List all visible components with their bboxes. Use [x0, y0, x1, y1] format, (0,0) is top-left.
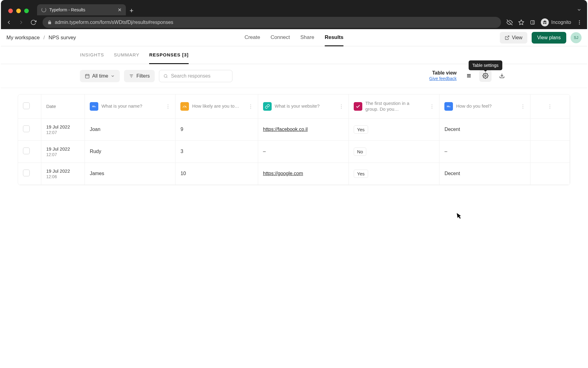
column-menu-icon[interactable]: ⋮ [430, 104, 434, 109]
tooltip: Table settings [469, 60, 502, 70]
text-field-icon [90, 102, 98, 111]
date-filter-dropdown[interactable]: All time [80, 70, 120, 82]
col-header-q3: What is your website? [275, 103, 320, 109]
search-responses-input[interactable] [159, 70, 232, 82]
url-text: admin.typeform.com/form/sWDtsfDj/results… [55, 20, 173, 25]
incognito-badge[interactable]: Incognito [541, 18, 571, 26]
cell-feel: – [439, 140, 530, 163]
svg-rect-19 [467, 77, 471, 77]
column-menu-icon[interactable]: ⋮ [248, 104, 253, 109]
incognito-label: Incognito [551, 20, 571, 25]
search-icon [164, 74, 168, 79]
svg-marker-1 [519, 20, 524, 25]
col-header-date: Date [46, 104, 56, 109]
tab-share[interactable]: Share [300, 29, 314, 46]
cell-date: 19 Jul 2022 [46, 168, 80, 174]
table-row[interactable]: 19 Jul 202212:06 James 10 https://google… [18, 163, 570, 185]
row-checkbox[interactable] [23, 148, 30, 154]
kebab-menu-icon[interactable] [577, 20, 582, 25]
eye-off-icon[interactable] [507, 19, 513, 25]
column-menu-icon[interactable]: ⋮ [166, 104, 170, 109]
column-menu-icon[interactable]: ⋮ [521, 104, 525, 109]
col-header-q1: What is your name? [101, 103, 142, 109]
new-tab-button[interactable]: + [130, 7, 134, 15]
svg-rect-18 [467, 75, 471, 76]
window-minimize-dot[interactable] [16, 9, 21, 13]
tab-title: Typeform - Results [49, 7, 115, 12]
table-row[interactable]: 19 Jul 202212:07 Joan 9 https://facebook… [18, 118, 570, 140]
subtab-insights[interactable]: INSIGHTS [80, 46, 104, 64]
cell-time: 12:07 [46, 152, 80, 157]
opinion-scale-icon [444, 102, 453, 111]
svg-line-7 [507, 36, 509, 38]
cell-time: 12:06 [46, 174, 80, 179]
svg-line-16 [167, 77, 168, 78]
cell-website[interactable]: https://facebook.co.il [263, 127, 308, 132]
cell-feel: Decent [439, 163, 530, 185]
cell-group: No [354, 148, 366, 156]
svg-rect-26 [447, 106, 450, 107]
layout-toggle-button[interactable] [463, 70, 475, 82]
responses-table: Date What is your name? ⋮ How likely are… [18, 94, 570, 185]
cell-feel: Decent [439, 118, 530, 140]
cell-time: 12:07 [46, 130, 80, 135]
view-button[interactable]: View [500, 32, 527, 44]
forward-button[interactable] [18, 19, 25, 25]
download-button[interactable] [496, 70, 508, 82]
cell-group: Yes [354, 170, 368, 178]
svg-point-5 [579, 22, 580, 23]
browser-chrome: Typeform - Results ✕ + admin.typeform.co… [1, 0, 587, 29]
view-plans-button[interactable]: View plans [532, 32, 566, 44]
extensions-icon[interactable] [530, 20, 535, 25]
cell-name: James [85, 163, 175, 185]
subtab-summary[interactable]: SUMMARY [114, 46, 139, 64]
reload-button[interactable] [30, 19, 37, 25]
row-checkbox[interactable] [23, 170, 30, 176]
svg-rect-23 [92, 106, 96, 107]
user-avatar[interactable]: SJ [571, 32, 582, 43]
give-feedback-link[interactable]: Give feedback [429, 76, 457, 81]
loading-spinner-icon [41, 7, 46, 12]
breadcrumb: My workspace / NPS survey [6, 35, 76, 41]
col-header-q2: How likely are you to… [192, 103, 239, 109]
tab-results[interactable]: Results [325, 29, 343, 46]
svg-point-15 [164, 74, 167, 77]
tab-connect[interactable]: Connect [270, 29, 290, 46]
address-bar[interactable]: admin.typeform.com/form/sWDtsfDj/results… [43, 17, 501, 28]
tab-create[interactable]: Create [244, 29, 260, 46]
gear-icon [482, 73, 488, 79]
column-menu-icon[interactable]: ⋮ [535, 104, 565, 109]
browser-tab[interactable]: Typeform - Results ✕ [37, 4, 126, 15]
cell-likely: 10 [175, 163, 258, 185]
star-icon[interactable] [518, 19, 524, 25]
window-close-dot[interactable] [8, 9, 13, 13]
svg-rect-22 [92, 106, 95, 106]
breadcrumb-form[interactable]: NPS survey [48, 35, 76, 41]
back-button[interactable] [6, 19, 13, 25]
check-icon [354, 102, 362, 111]
date-filter-label: All time [92, 73, 108, 79]
table-settings-button[interactable]: Table settings [479, 70, 492, 82]
cell-website[interactable]: https://google.com [263, 171, 303, 176]
cell-website: – [258, 140, 349, 163]
table-view-label: Table view [429, 70, 457, 76]
gauge-icon [180, 102, 189, 111]
cell-name: Joan [85, 118, 175, 140]
close-tab-icon[interactable]: ✕ [118, 7, 122, 13]
svg-rect-2 [531, 21, 534, 24]
column-menu-icon[interactable]: ⋮ [339, 104, 344, 109]
svg-point-6 [579, 23, 580, 24]
table-row[interactable]: 19 Jul 202212:07 Rudy 3 – No – [18, 140, 570, 163]
row-checkbox[interactable] [23, 125, 30, 132]
svg-rect-17 [467, 74, 471, 75]
window-zoom-dot[interactable] [24, 9, 29, 13]
view-plans-label: View plans [537, 35, 561, 40]
filters-label: Filters [136, 73, 150, 79]
filters-button[interactable]: Filters [124, 70, 155, 82]
mouse-cursor [457, 212, 463, 220]
breadcrumb-workspace[interactable]: My workspace [6, 35, 40, 41]
select-all-checkbox[interactable] [23, 102, 30, 109]
search-input-field[interactable] [171, 73, 228, 79]
chevron-down-icon[interactable] [577, 7, 582, 12]
subtab-responses[interactable]: RESPONSES [3] [149, 46, 189, 64]
